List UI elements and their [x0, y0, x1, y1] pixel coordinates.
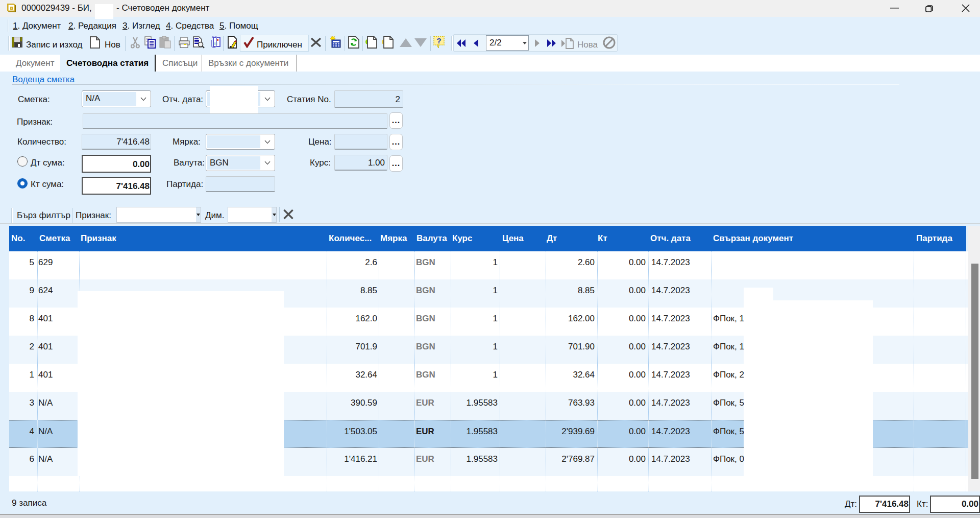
svg-text:?: ?: [436, 36, 441, 45]
